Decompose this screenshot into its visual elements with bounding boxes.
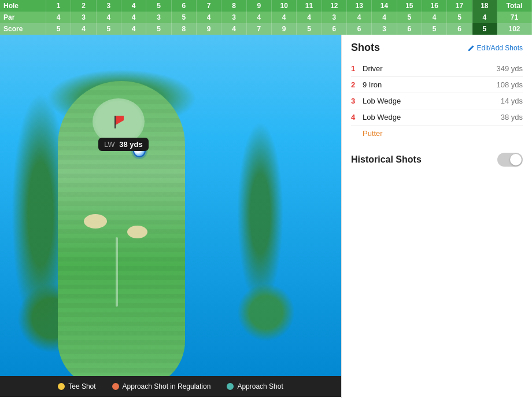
score-8: 4	[221, 23, 246, 35]
approach-shot-dot	[227, 383, 234, 390]
total-label: Total	[497, 0, 532, 12]
hole-1[interactable]: 1	[46, 0, 71, 12]
par-2: 3	[71, 12, 96, 23]
scorecard: Hole 1 2 3 4 5 6 7 8 9 10 11 12 13 14 15…	[0, 0, 532, 35]
par-15: 5	[397, 12, 422, 23]
flag-icon	[116, 116, 124, 125]
hole-8[interactable]: 8	[221, 0, 246, 12]
score-11: 5	[297, 23, 322, 35]
shot-row-4[interactable]: 4 Lob Wedge 38 yds	[351, 109, 523, 126]
shot-dist-1: 349 yds	[496, 64, 523, 73]
hole-7[interactable]: 7	[197, 0, 221, 12]
par-12: 3	[322, 12, 347, 23]
par-6: 5	[172, 12, 197, 23]
edit-add-shots-button[interactable]: Edit/Add Shots	[468, 44, 523, 52]
par-total: 71	[497, 12, 532, 23]
score-10: 9	[272, 23, 297, 35]
main-area: LW 38 yds Tee Shot Approach Shot in Regu…	[0, 35, 532, 398]
score-3: 5	[97, 23, 121, 35]
par-label: Par	[0, 12, 46, 23]
shot-club-4: Lob Wedge	[363, 113, 501, 121]
par-5: 3	[146, 12, 171, 23]
score-4: 4	[121, 23, 146, 35]
distance-tooltip: LW 38 yds	[98, 138, 149, 151]
par-18-active: 4	[472, 12, 497, 23]
score-9: 7	[247, 23, 272, 35]
hole-11[interactable]: 11	[297, 0, 322, 12]
shot-row-2[interactable]: 2 9 Iron 108 yds	[351, 77, 523, 93]
hole-15[interactable]: 15	[397, 0, 422, 12]
bunker-1	[84, 214, 107, 229]
right-panel: Shots Edit/Add Shots 1 Driver 349 yds 2 …	[341, 35, 532, 398]
hole-18-active[interactable]: 18	[472, 0, 497, 12]
score-18-active: 5	[472, 23, 497, 35]
hole-6[interactable]: 6	[172, 0, 197, 12]
score-label: Score	[0, 23, 46, 35]
par-10: 4	[272, 12, 297, 23]
shot-row-1[interactable]: 1 Driver 349 yds	[351, 61, 523, 77]
cart-path	[116, 237, 118, 307]
shots-title: Shots	[351, 42, 380, 54]
legend-bar: Tee Shot Approach Shot in Regulation App…	[0, 376, 341, 397]
trees-bottom-right	[237, 283, 295, 341]
score-total: 102	[497, 23, 532, 35]
score-16: 5	[422, 23, 447, 35]
par-7: 4	[197, 12, 221, 23]
shot-row-3[interactable]: 3 Lob Wedge 14 yds	[351, 93, 523, 109]
historical-shots-toggle[interactable]	[497, 153, 523, 167]
hole-14[interactable]: 14	[372, 0, 397, 12]
shot-num-2: 2	[351, 80, 363, 89]
par-11: 4	[297, 12, 322, 23]
par-17: 5	[447, 12, 472, 23]
hole-2[interactable]: 2	[71, 0, 96, 12]
hole-13[interactable]: 13	[347, 0, 372, 12]
shot-club-1: Driver	[363, 64, 496, 73]
historical-section: Historical Shots	[351, 153, 523, 167]
shot-dist-3: 14 yds	[501, 97, 523, 105]
score-2: 4	[71, 23, 96, 35]
score-17: 6	[447, 23, 472, 35]
score-15: 6	[397, 23, 422, 35]
tee-shot-label: Tee Shot	[68, 382, 95, 390]
tooltip-distance: 38 yds	[119, 140, 142, 149]
approach-regulation-dot	[112, 383, 119, 390]
par-9: 4	[247, 12, 272, 23]
shot-dist-2: 108 yds	[496, 80, 523, 89]
score-12: 6	[322, 23, 347, 35]
putter-row: Putter	[351, 126, 523, 141]
hole-5[interactable]: 5	[146, 0, 171, 12]
par-16: 4	[422, 12, 447, 23]
legend-approach-regulation: Approach Shot in Regulation	[112, 382, 211, 390]
shot-dist-4: 38 yds	[501, 113, 523, 121]
score-14: 3	[372, 23, 397, 35]
shot-num-4: 4	[351, 113, 363, 121]
hole-12[interactable]: 12	[322, 0, 347, 12]
scorecard-par-row: Par 4 3 4 4 3 5 4 3 4 4 4 3 4 4 5 4 5 4 …	[0, 12, 532, 23]
toggle-knob	[510, 154, 522, 165]
hole-3[interactable]: 3	[97, 0, 121, 12]
historical-title: Historical Shots	[351, 154, 422, 165]
par-1: 4	[46, 12, 71, 23]
hole-4[interactable]: 4	[121, 0, 146, 12]
tooltip-club: LW	[104, 140, 115, 149]
hole-16[interactable]: 16	[422, 0, 447, 12]
hole-9[interactable]: 9	[247, 0, 272, 12]
pencil-icon	[468, 45, 475, 51]
par-4: 4	[121, 12, 146, 23]
edit-add-label: Edit/Add Shots	[477, 44, 523, 52]
hole-10[interactable]: 10	[272, 0, 297, 12]
score-7: 9	[197, 23, 221, 35]
score-5: 5	[146, 23, 171, 35]
hole-map[interactable]: LW 38 yds	[0, 35, 341, 376]
par-14: 4	[372, 12, 397, 23]
scorecard-score-row: Score 5 4 5 4 5 8 9 4 7 9 5 6 6 3 6 5 6 …	[0, 23, 532, 35]
shot-club-2: 9 Iron	[363, 80, 496, 89]
shots-header: Shots Edit/Add Shots	[351, 42, 523, 54]
hole-17[interactable]: 17	[447, 0, 472, 12]
bunker-2	[127, 226, 147, 238]
par-8: 3	[221, 12, 246, 23]
map-section: LW 38 yds Tee Shot Approach Shot in Regu…	[0, 35, 341, 398]
putter-label: Putter	[363, 129, 383, 138]
legend-approach-shot: Approach Shot	[227, 382, 283, 390]
score-13: 6	[347, 23, 372, 35]
